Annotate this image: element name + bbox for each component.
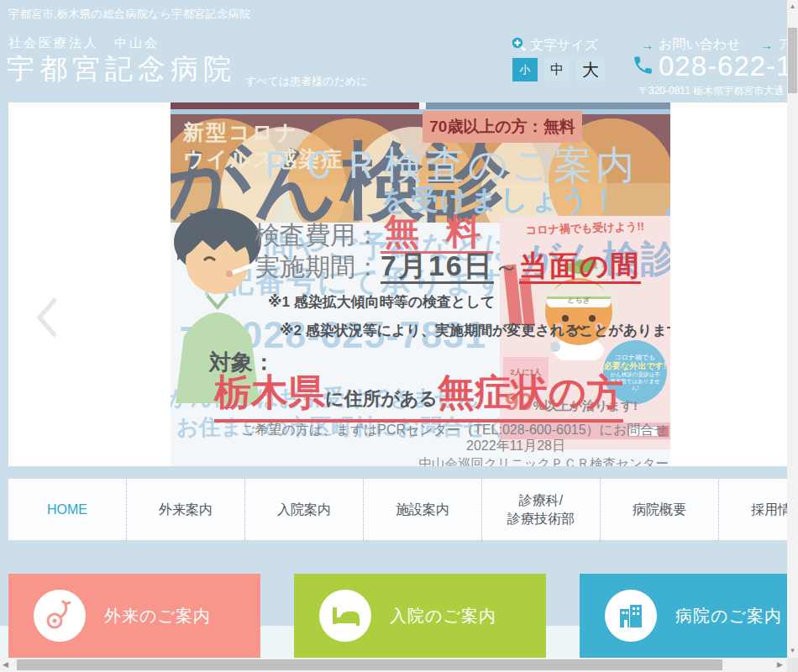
nav-label: 入院案内 — [277, 501, 331, 519]
org-name: 社会医療法人 中山会 — [8, 35, 160, 51]
nav-label: 外来案内 — [159, 501, 213, 519]
scroll-up-icon[interactable]: ▲ — [787, 3, 798, 10]
browser-viewport: 宇都宮市,栃木県の総合病院なら宇都宮記念病院 社会医療法人 中山会 宇都宮記念病… — [0, 0, 798, 672]
note-1: ※1 感染拡大傾向時等の検査として — [268, 292, 495, 312]
scroll-down-icon[interactable]: ▼ — [787, 647, 798, 654]
nav-item-facilities[interactable]: 施設案内 — [363, 479, 481, 540]
nav-label: 採用情報 — [751, 501, 788, 519]
nav-item-departments[interactable]: 診療科/ 診療技術部 — [481, 479, 600, 540]
slide-top-strip — [426, 102, 670, 109]
main-nav: HOME 外来案内 入院案内 施設案内 診療科/ 診療技術部 病院概要 採用情報 — [8, 479, 788, 540]
nav-item-outpatient[interactable]: 外来案内 — [126, 479, 244, 540]
scroll-left-icon[interactable]: ◀ — [3, 660, 8, 669]
badge-line1: コロナ禍でも — [615, 354, 656, 362]
phone-icon — [632, 54, 654, 80]
hospital-name: 宇都宮記念病院 — [7, 50, 236, 88]
scroll-right-icon[interactable]: ▶ — [777, 660, 783, 669]
period-label: 実施期間： — [255, 253, 381, 281]
nav-item-home[interactable]: HOME — [8, 479, 126, 540]
font-size-small-button[interactable]: 小 — [512, 58, 538, 81]
scrollbar-corner — [787, 658, 798, 672]
quick-link-cards: 外来のご案内 入院のご案内 病院のご案内 — [8, 574, 798, 658]
hospital-building-icon — [605, 590, 657, 642]
notice-date: 2022年11月28日 — [466, 438, 565, 455]
stethoscope-icon — [34, 590, 86, 642]
slide-top-strip — [171, 102, 419, 109]
font-size-label: 文字サイズ — [530, 37, 598, 55]
period-end: 当面の間 — [519, 249, 641, 284]
fee-label: 検査費用： — [255, 221, 381, 249]
phone-number[interactable]: 028-622-1 — [659, 50, 792, 82]
nav-label: 施設案内 — [396, 501, 449, 519]
address: 〒320-0811 栃木県宇都宮市大通 — [638, 84, 784, 98]
notice-signature: 中山会巡回クリニックＰＣＲ検査センター — [419, 455, 669, 466]
horizontal-scrollbar-thumb[interactable] — [17, 659, 722, 670]
inpatient-guide-card[interactable]: 入院のご案内 — [294, 574, 546, 658]
pcr-contact-note: ご希望の方は、まずはPCRセンター（TEL:028-600-6015）にお問合せ… — [241, 422, 670, 439]
font-size-medium-button[interactable]: 中 — [544, 58, 570, 81]
card-label: 外来のご案内 — [104, 605, 211, 627]
target-line: 栃木県に住所がある無症状の方 — [214, 368, 623, 423]
card-label: 病院のご案内 — [675, 605, 782, 627]
phone-block: 028-622-1 — [632, 50, 792, 82]
nav-item-overview[interactable]: 病院概要 — [600, 479, 718, 540]
target-condition: に住所がある — [325, 388, 438, 409]
vertical-scrollbar-thumb[interactable] — [788, 28, 797, 93]
font-size-large-button[interactable]: 大 — [576, 58, 605, 81]
prev-slide-button[interactable] — [34, 296, 60, 339]
target-prefecture: 栃木県 — [214, 371, 325, 412]
nav-item-recruit[interactable]: 採用情報 — [718, 479, 788, 540]
nav-label: HOME — [47, 501, 87, 519]
nav-item-inpatient[interactable]: 入院案内 — [244, 479, 363, 540]
vertical-scrollbar[interactable]: ▲ ▼ — [787, 0, 798, 658]
hospital-guide-card[interactable]: 病院のご案内 — [580, 574, 798, 658]
zoom-icon — [511, 36, 527, 55]
period-line: 実施期間：7月16日～当面の間 — [255, 247, 641, 286]
font-size-control: 文字サイズ — [511, 36, 598, 55]
target-asymptomatic: 無症状の方 — [438, 371, 623, 412]
note-2: ※2 感染状況等により、実施期間が変更されることがあります。 — [280, 321, 670, 340]
nav-label: 診療技術部 — [507, 510, 575, 528]
slide-pcr-banner[interactable]: がん検診 新型コロナ ウイルス感染症 ＰＣＲ検査のご案内 70歳以上の方：無料 … — [171, 102, 670, 466]
tagline: すべては患者様のために — [245, 74, 367, 89]
outpatient-guide-card[interactable]: 外来のご案内 — [8, 574, 260, 658]
seo-text: 宇都宮市,栃木県の総合病院なら宇都宮記念病院 — [8, 7, 251, 22]
bed-icon — [319, 590, 371, 642]
horizontal-scrollbar[interactable]: ◀ ▶ — [0, 658, 798, 672]
period-start: 7月16日 — [381, 249, 494, 284]
mascot-headband-text: とちぎ — [535, 295, 622, 306]
free-over70-badge: 70歳以上の方：無料 — [423, 111, 582, 143]
hero-carousel: がん検診 新型コロナ ウイルス感染症 ＰＣＲ検査のご案内 70歳以上の方：無料 … — [8, 102, 788, 466]
period-tilde: ～ — [494, 253, 519, 281]
card-label: 入院のご案内 — [390, 605, 496, 627]
nav-label: 病院概要 — [633, 501, 686, 519]
nav-label: 診療科/ — [519, 491, 563, 510]
